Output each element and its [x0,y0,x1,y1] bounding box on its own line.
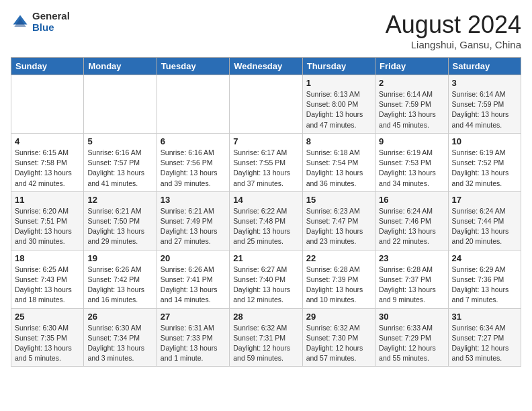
day-number: 21 [233,253,298,263]
day-info: Sunrise: 6:16 AM Sunset: 7:57 PM Dayligh… [87,148,152,189]
calendar-table: SundayMondayTuesdayWednesdayThursdayFrid… [11,57,521,367]
day-info: Sunrise: 6:18 AM Sunset: 7:54 PM Dayligh… [306,148,371,189]
week-row-4: 18Sunrise: 6:25 AM Sunset: 7:43 PM Dayli… [11,250,521,308]
calendar-cell: 7Sunrise: 6:17 AM Sunset: 7:55 PM Daylig… [230,133,302,191]
page-header: General Blue August 2024 Liangshui, Gans… [11,11,521,50]
day-number: 27 [161,312,226,322]
calendar-cell: 18Sunrise: 6:25 AM Sunset: 7:43 PM Dayli… [11,250,84,308]
day-number: 24 [452,253,517,263]
title-block: August 2024 Liangshui, Gansu, China [386,11,521,50]
col-header-wednesday: Wednesday [230,58,302,75]
day-info: Sunrise: 6:25 AM Sunset: 7:43 PM Dayligh… [15,265,80,306]
col-header-friday: Friday [375,58,448,75]
day-info: Sunrise: 6:16 AM Sunset: 7:56 PM Dayligh… [161,148,226,189]
day-number: 17 [452,195,517,205]
day-info: Sunrise: 6:17 AM Sunset: 7:55 PM Dayligh… [233,148,298,189]
calendar-cell: 17Sunrise: 6:24 AM Sunset: 7:44 PM Dayli… [448,191,521,250]
day-number: 29 [306,312,371,322]
col-header-saturday: Saturday [448,58,521,75]
day-info: Sunrise: 6:26 AM Sunset: 7:42 PM Dayligh… [87,265,152,306]
calendar-cell: 4Sunrise: 6:15 AM Sunset: 7:58 PM Daylig… [11,133,84,191]
week-row-3: 11Sunrise: 6:20 AM Sunset: 7:51 PM Dayli… [11,191,521,250]
day-number: 5 [87,136,152,146]
day-number: 23 [379,253,444,263]
week-row-2: 4Sunrise: 6:15 AM Sunset: 7:58 PM Daylig… [11,133,521,191]
calendar-header-row: SundayMondayTuesdayWednesdayThursdayFrid… [11,58,521,75]
calendar-cell: 31Sunrise: 6:34 AM Sunset: 7:27 PM Dayli… [448,308,521,367]
logo-general-text: General [32,11,70,22]
day-info: Sunrise: 6:24 AM Sunset: 7:44 PM Dayligh… [452,206,517,247]
calendar-cell [84,75,157,134]
calendar-cell [11,75,84,134]
calendar-cell [230,75,302,134]
day-info: Sunrise: 6:21 AM Sunset: 7:50 PM Dayligh… [87,206,152,247]
logo-icon [11,13,30,32]
calendar-cell: 24Sunrise: 6:29 AM Sunset: 7:36 PM Dayli… [448,250,521,308]
calendar-cell: 12Sunrise: 6:21 AM Sunset: 7:50 PM Dayli… [84,191,157,250]
calendar-cell: 22Sunrise: 6:28 AM Sunset: 7:39 PM Dayli… [302,250,375,308]
calendar-cell: 15Sunrise: 6:23 AM Sunset: 7:47 PM Dayli… [302,191,375,250]
calendar-cell: 5Sunrise: 6:16 AM Sunset: 7:57 PM Daylig… [84,133,157,191]
calendar-cell: 9Sunrise: 6:19 AM Sunset: 7:53 PM Daylig… [375,133,448,191]
day-info: Sunrise: 6:19 AM Sunset: 7:53 PM Dayligh… [379,148,444,189]
day-info: Sunrise: 6:28 AM Sunset: 7:37 PM Dayligh… [379,265,444,306]
day-info: Sunrise: 6:21 AM Sunset: 7:49 PM Dayligh… [161,206,226,247]
calendar-cell: 23Sunrise: 6:28 AM Sunset: 7:37 PM Dayli… [375,250,448,308]
day-number: 9 [379,136,444,146]
day-number: 22 [306,253,371,263]
calendar-cell: 1Sunrise: 6:13 AM Sunset: 8:00 PM Daylig… [302,75,375,134]
day-number: 26 [87,312,152,322]
day-number: 30 [379,312,444,322]
day-info: Sunrise: 6:34 AM Sunset: 7:27 PM Dayligh… [452,323,517,364]
calendar-cell: 14Sunrise: 6:22 AM Sunset: 7:48 PM Dayli… [230,191,302,250]
day-number: 7 [233,136,298,146]
day-info: Sunrise: 6:19 AM Sunset: 7:52 PM Dayligh… [452,148,517,189]
day-info: Sunrise: 6:31 AM Sunset: 7:33 PM Dayligh… [161,323,226,364]
day-info: Sunrise: 6:28 AM Sunset: 7:39 PM Dayligh… [306,265,371,306]
day-number: 10 [452,136,517,146]
calendar-cell: 13Sunrise: 6:21 AM Sunset: 7:49 PM Dayli… [157,191,229,250]
month-title: August 2024 [386,11,521,39]
day-number: 19 [87,253,152,263]
calendar-cell: 2Sunrise: 6:14 AM Sunset: 7:59 PM Daylig… [375,75,448,134]
calendar-cell: 25Sunrise: 6:30 AM Sunset: 7:35 PM Dayli… [11,308,84,367]
day-number: 12 [87,195,152,205]
calendar-cell: 29Sunrise: 6:32 AM Sunset: 7:30 PM Dayli… [302,308,375,367]
day-info: Sunrise: 6:14 AM Sunset: 7:59 PM Dayligh… [379,89,444,130]
day-info: Sunrise: 6:30 AM Sunset: 7:35 PM Dayligh… [15,323,80,364]
calendar-cell: 6Sunrise: 6:16 AM Sunset: 7:56 PM Daylig… [157,133,229,191]
calendar-cell: 28Sunrise: 6:32 AM Sunset: 7:31 PM Dayli… [230,308,302,367]
calendar-cell: 26Sunrise: 6:30 AM Sunset: 7:34 PM Dayli… [84,308,157,367]
day-info: Sunrise: 6:22 AM Sunset: 7:48 PM Dayligh… [233,206,298,247]
day-info: Sunrise: 6:23 AM Sunset: 7:47 PM Dayligh… [306,206,371,247]
calendar-cell: 8Sunrise: 6:18 AM Sunset: 7:54 PM Daylig… [302,133,375,191]
calendar-cell: 27Sunrise: 6:31 AM Sunset: 7:33 PM Dayli… [157,308,229,367]
day-number: 25 [15,312,80,322]
day-number: 8 [306,136,371,146]
day-info: Sunrise: 6:24 AM Sunset: 7:46 PM Dayligh… [379,206,444,247]
day-number: 1 [306,78,371,88]
col-header-monday: Monday [84,58,157,75]
calendar-cell: 30Sunrise: 6:33 AM Sunset: 7:29 PM Dayli… [375,308,448,367]
logo-blue-text: Blue [32,22,70,34]
day-info: Sunrise: 6:13 AM Sunset: 8:00 PM Dayligh… [306,89,371,130]
calendar-cell: 11Sunrise: 6:20 AM Sunset: 7:51 PM Dayli… [11,191,84,250]
day-info: Sunrise: 6:29 AM Sunset: 7:36 PM Dayligh… [452,265,517,306]
day-info: Sunrise: 6:32 AM Sunset: 7:31 PM Dayligh… [233,323,298,364]
calendar-cell: 20Sunrise: 6:26 AM Sunset: 7:41 PM Dayli… [157,250,229,308]
col-header-thursday: Thursday [302,58,375,75]
week-row-1: 1Sunrise: 6:13 AM Sunset: 8:00 PM Daylig… [11,75,521,134]
calendar-cell [157,75,229,134]
logo-text: General Blue [32,11,70,33]
day-number: 31 [452,312,517,322]
col-header-sunday: Sunday [11,58,84,75]
day-number: 28 [233,312,298,322]
day-info: Sunrise: 6:33 AM Sunset: 7:29 PM Dayligh… [379,323,444,364]
day-number: 3 [452,78,517,88]
day-number: 2 [379,78,444,88]
day-number: 15 [306,195,371,205]
calendar-cell: 19Sunrise: 6:26 AM Sunset: 7:42 PM Dayli… [84,250,157,308]
day-info: Sunrise: 6:32 AM Sunset: 7:30 PM Dayligh… [306,323,371,364]
calendar-cell: 16Sunrise: 6:24 AM Sunset: 7:46 PM Dayli… [375,191,448,250]
day-info: Sunrise: 6:27 AM Sunset: 7:40 PM Dayligh… [233,265,298,306]
